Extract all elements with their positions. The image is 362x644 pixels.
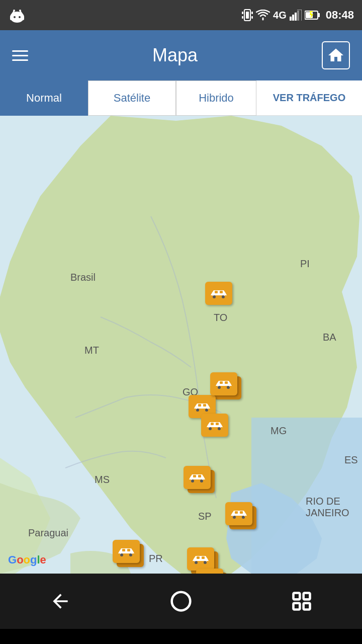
svg-point-54 — [200, 479, 203, 482]
car-marker[interactable] — [210, 372, 237, 395]
svg-rect-35 — [220, 381, 223, 384]
svg-point-8 — [19, 10, 21, 12]
car-marker[interactable] — [184, 466, 211, 489]
battery-icon — [305, 10, 321, 21]
svg-point-3 — [14, 16, 16, 18]
svg-rect-17 — [295, 13, 297, 21]
android-icon — [8, 6, 26, 24]
car-marker-group[interactable] — [205, 282, 232, 305]
svg-point-78 — [204, 561, 207, 564]
car-marker-group[interactable] — [196, 569, 233, 574]
svg-point-70 — [129, 553, 132, 556]
signal-icon — [290, 10, 302, 21]
svg-rect-18 — [297, 11, 299, 21]
svg-rect-10 — [246, 12, 249, 19]
svg-rect-76 — [202, 556, 205, 559]
tab-normal[interactable]: Normal — [0, 80, 88, 116]
bottom-nav — [0, 574, 362, 629]
car-marker[interactable] — [196, 569, 223, 574]
svg-point-41 — [196, 409, 199, 412]
svg-point-7 — [13, 10, 15, 12]
network-icon: 4G — [273, 10, 287, 21]
wifi-icon — [256, 10, 270, 21]
svg-rect-1 — [10, 16, 12, 20]
svg-point-53 — [191, 479, 194, 482]
tab-trafego[interactable]: VER TRÁFEGO — [256, 80, 362, 116]
svg-point-4 — [19, 16, 21, 18]
svg-point-131 — [172, 592, 191, 611]
svg-rect-28 — [220, 291, 223, 293]
home-nav-button[interactable] — [161, 581, 201, 621]
svg-rect-22 — [318, 13, 320, 17]
app-bar: Mapa — [0, 30, 362, 80]
svg-point-38 — [227, 386, 230, 389]
svg-rect-36 — [225, 381, 228, 384]
back-button[interactable] — [40, 581, 80, 621]
svg-point-45 — [209, 427, 212, 430]
google-logo: Google — [8, 553, 46, 567]
svg-rect-132 — [294, 593, 300, 600]
app-title: Mapa — [152, 45, 198, 66]
vibrate-icon — [242, 8, 253, 22]
svg-rect-12 — [251, 12, 253, 14]
home-button[interactable] — [322, 41, 350, 69]
svg-rect-133 — [304, 593, 310, 600]
menu-button[interactable] — [12, 50, 28, 61]
svg-point-42 — [205, 409, 208, 412]
recent-button[interactable] — [282, 581, 322, 621]
svg-rect-27 — [215, 291, 218, 293]
svg-rect-67 — [122, 549, 125, 551]
svg-rect-134 — [294, 603, 300, 610]
svg-point-37 — [218, 386, 221, 389]
svg-rect-11 — [242, 12, 243, 14]
car-marker-group[interactable] — [201, 414, 228, 437]
car-marker[interactable] — [225, 502, 252, 525]
svg-rect-59 — [235, 511, 238, 514]
svg-rect-68 — [127, 549, 130, 551]
svg-point-29 — [213, 295, 216, 298]
svg-rect-16 — [292, 15, 294, 21]
svg-point-30 — [222, 295, 225, 298]
tab-hibrido[interactable]: Hibrido — [176, 80, 256, 116]
svg-point-61 — [233, 516, 236, 519]
svg-rect-51 — [193, 475, 196, 477]
car-marker-group[interactable] — [225, 502, 257, 530]
svg-rect-43 — [211, 423, 214, 425]
map-container[interactable]: BrasilMTMSGOMGSPPRBAPIESTORIO DE JANEIRO… — [0, 116, 362, 574]
svg-rect-13 — [242, 16, 243, 19]
svg-rect-39 — [198, 404, 201, 407]
status-bar-left — [8, 6, 26, 24]
svg-point-77 — [195, 561, 198, 564]
svg-point-46 — [218, 427, 221, 430]
car-marker[interactable] — [201, 414, 228, 437]
status-bar-icons: 4G 08:48 — [242, 8, 354, 22]
time-display: 08:48 — [326, 9, 354, 22]
svg-rect-40 — [203, 404, 206, 407]
car-marker-group[interactable] — [184, 466, 216, 494]
svg-rect-75 — [197, 556, 200, 559]
svg-rect-135 — [304, 603, 310, 610]
car-marker[interactable] — [205, 282, 232, 305]
svg-rect-60 — [240, 511, 243, 514]
map-background — [0, 116, 362, 574]
car-marker[interactable] — [187, 547, 214, 571]
svg-rect-44 — [216, 423, 219, 425]
status-bar: 4G 08:48 — [0, 0, 362, 30]
svg-rect-14 — [251, 16, 253, 19]
tab-satelite[interactable]: Satélite — [88, 80, 176, 116]
tab-bar: Normal Satélite Hibrido VER TRÁFEGO — [0, 80, 362, 116]
svg-rect-52 — [198, 475, 201, 477]
svg-point-62 — [242, 516, 245, 519]
svg-rect-15 — [290, 17, 292, 21]
car-marker[interactable] — [113, 540, 140, 563]
svg-rect-2 — [22, 16, 24, 20]
car-marker-group[interactable] — [113, 540, 145, 568]
svg-point-69 — [120, 553, 123, 556]
